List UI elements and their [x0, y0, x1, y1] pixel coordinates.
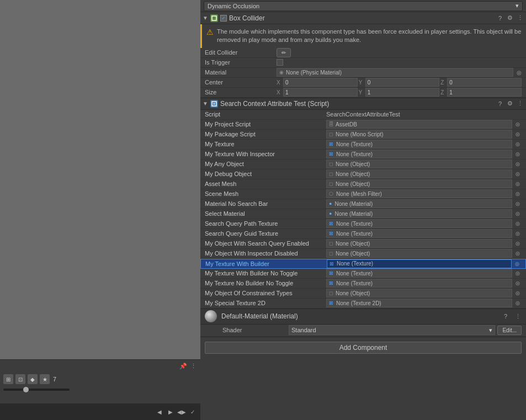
script-row-19[interactable]: My Special Texture 2D⊠None (Texture 2D)◎ [200, 299, 526, 309]
size-y-field[interactable]: 1 [365, 88, 440, 97]
script-settings-icon[interactable]: ⚙ [506, 100, 514, 108]
target-btn-1[interactable]: ◎ [514, 120, 522, 128]
target-btn-9[interactable]: ◎ [514, 200, 522, 208]
play-icon[interactable]: ▶ [166, 407, 175, 416]
material-field[interactable]: ◉ None (Physic Material) [277, 68, 513, 77]
target-btn-5[interactable]: ◎ [514, 160, 522, 168]
material-target-icon[interactable]: ◎ [517, 70, 522, 76]
star-icon[interactable]: ★ [40, 374, 50, 384]
target-btn-14[interactable]: ◎ [514, 249, 522, 257]
script-menu-icon[interactable]: ⋮ [516, 100, 524, 108]
script-row-3[interactable]: My Texture⊠None (Texture)◎ [200, 140, 526, 150]
check-icon[interactable]: ✓ [188, 407, 197, 416]
object-field-4[interactable]: ⊠None (Texture) [326, 150, 512, 158]
diamond-icon[interactable]: ◆ [28, 374, 38, 384]
script-row-16[interactable]: My Texture With Builder No Toggle⊠None (… [200, 269, 526, 279]
object-field-18[interactable]: ◻None (Object) [326, 289, 512, 297]
target-btn-19[interactable]: ◎ [514, 299, 522, 307]
object-field-16[interactable]: ⊠None (Texture) [326, 269, 512, 278]
object-field-15[interactable]: ⊠None (Texture) [327, 259, 512, 268]
object-field-12[interactable]: ⊠None (Texture) [326, 229, 512, 238]
object-field-9[interactable]: ●None (Material) [326, 199, 512, 208]
size-x-field[interactable]: 1 [283, 88, 358, 97]
object-field-10[interactable]: ●None (Material) [326, 209, 512, 218]
size-x-label: X [277, 89, 282, 95]
script-row-6[interactable]: My Debug Object◻None (Object)◎ [200, 169, 526, 179]
object-field-11[interactable]: ⊠None (Texture) [326, 219, 512, 228]
script-row-13[interactable]: My Object With Search Query Enabled◻None… [200, 239, 526, 249]
material-help-icon[interactable]: ? [502, 312, 509, 320]
script-row-1[interactable]: My Project Script🗄AssetDB◎ [200, 120, 526, 130]
object-field-7[interactable]: ◻None (Object) [326, 179, 512, 188]
script-row-12[interactable]: Search Query Guid Texture⊠None (Texture)… [200, 229, 526, 239]
zoom-slider[interactable] [3, 389, 70, 391]
target-btn-10[interactable]: ◎ [514, 210, 522, 217]
help-icon[interactable]: ? [496, 14, 504, 22]
is-trigger-checkbox[interactable] [277, 59, 283, 66]
script-help-icon[interactable]: ? [496, 100, 504, 108]
add-component-button[interactable]: Add Component [205, 342, 522, 354]
script-row-10[interactable]: Select Material●None (Material)◎ [200, 209, 526, 219]
target-btn-4[interactable]: ◎ [514, 150, 522, 158]
script-collapse-icon[interactable]: ▼ [203, 100, 208, 107]
script-row-7[interactable]: Asset Mesh◻None (Object)◎ [200, 179, 526, 189]
dynamic-occlusion-dropdown[interactable]: Dynamic Occlusion ▾ [204, 1, 523, 11]
target-btn-12[interactable]: ◎ [514, 230, 522, 237]
collapse-arrow-icon[interactable]: ▼ [203, 15, 208, 21]
material-menu-icon[interactable]: ⋮ [514, 312, 522, 320]
target-btn-2[interactable]: ◎ [514, 130, 522, 138]
target-btn-15[interactable]: ◎ [513, 260, 521, 268]
object-field-8[interactable]: ⬡None (Mesh Filter) [326, 189, 512, 198]
script-row-8[interactable]: Scene Mesh⬡None (Mesh Filter)◎ [200, 189, 526, 199]
box-icon[interactable]: ⊡ [15, 374, 25, 384]
target-btn-3[interactable]: ◎ [514, 140, 522, 148]
object-field-13[interactable]: ◻None (Object) [326, 239, 512, 248]
slider-row [0, 386, 200, 393]
shader-edit-button[interactable]: Edit... [497, 326, 522, 335]
script-row-5[interactable]: My Any Object◻None (Object)◎ [200, 160, 526, 169]
object-field-2[interactable]: ◻None (Mono Script) [326, 130, 512, 139]
script-row-2[interactable]: My Package Script◻None (Mono Script)◎ [200, 130, 526, 140]
slider-thumb[interactable] [23, 387, 29, 392]
back-icon[interactable]: ◀ [155, 407, 164, 416]
menu-icon[interactable]: ⋮ [516, 14, 524, 22]
edit-collider-button[interactable]: ✏ [277, 48, 291, 57]
center-y-field[interactable]: 0 [365, 78, 440, 87]
script-row-label-2: My Package Script [205, 131, 326, 137]
script-row-11[interactable]: Search Query Path Texture⊠None (Texture)… [200, 219, 526, 229]
object-field-5[interactable]: ◻None (Object) [326, 160, 512, 168]
script-row-14[interactable]: My Object With Inspector Disabled◻None (… [200, 249, 526, 259]
script-row-4[interactable]: My Texture With Inspector⊠None (Texture)… [200, 150, 526, 160]
script-row-9[interactable]: Material No Search Bar●None (Material)◎ [200, 199, 526, 209]
forward-icon[interactable]: ◀▶ [177, 407, 186, 416]
target-btn-18[interactable]: ◎ [514, 289, 522, 297]
box-collider-checkbox[interactable]: ✓ [220, 15, 227, 22]
pin-icon[interactable]: 📌 [179, 363, 187, 370]
target-btn-8[interactable]: ◎ [514, 190, 522, 198]
more-options-icon[interactable]: ⋮ [189, 362, 197, 370]
object-field-17[interactable]: ⊠None (Texture) [326, 279, 512, 288]
target-btn-6[interactable]: ◎ [514, 170, 522, 178]
target-btn-16[interactable]: ◎ [514, 269, 522, 277]
object-field-1[interactable]: 🗄AssetDB [326, 120, 512, 129]
target-btn-11[interactable]: ◎ [514, 220, 522, 227]
script-row-value-13: ◻None (Object)◎ [326, 239, 522, 248]
object-field-19[interactable]: ⊠None (Texture 2D) [326, 299, 512, 307]
object-field-6[interactable]: ◻None (Object) [326, 169, 512, 178]
size-z-field[interactable]: 1 [447, 88, 522, 97]
script-row-15[interactable]: My Texture With Builder⊠None (Texture)◎ [200, 259, 526, 269]
target-btn-7[interactable]: ◎ [514, 180, 522, 188]
script-row-0[interactable]: ScriptSearchContextAttributeTest [200, 110, 526, 120]
script-row-17[interactable]: My Texture No Builder No Toggle⊠None (Te… [200, 279, 526, 289]
shader-dropdown[interactable]: Standard ▾ [289, 325, 495, 335]
target-btn-13[interactable]: ◎ [514, 240, 522, 247]
center-z-field[interactable]: 0 [447, 78, 522, 87]
center-x-field[interactable]: 0 [283, 78, 358, 87]
settings-icon[interactable]: ⚙ [506, 14, 514, 22]
object-field-3[interactable]: ⊠None (Texture) [326, 140, 512, 148]
shader-label: Shader [222, 327, 289, 333]
script-row-18[interactable]: My Object Of Constrained Types◻None (Obj… [200, 289, 526, 299]
object-field-14[interactable]: ◻None (Object) [326, 249, 512, 258]
grid-icon[interactable]: ⊞ [3, 374, 13, 384]
target-btn-17[interactable]: ◎ [514, 279, 522, 287]
